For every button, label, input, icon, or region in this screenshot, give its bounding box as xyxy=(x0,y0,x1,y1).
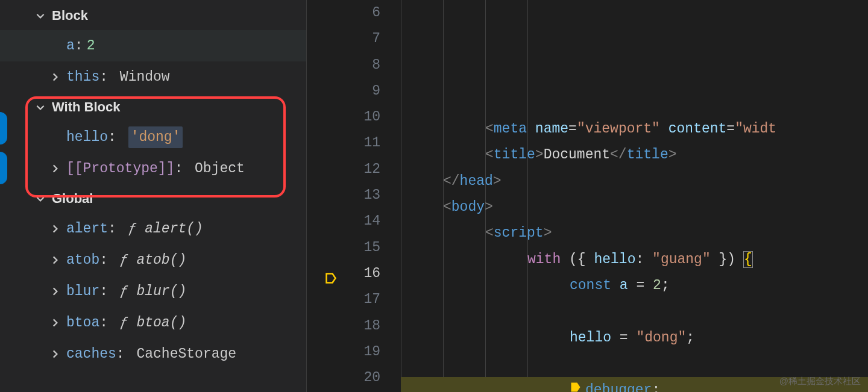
line-number: 17 xyxy=(307,287,391,313)
code-line[interactable]: <title>Document</title> xyxy=(401,142,868,168)
line-number: 15 xyxy=(307,235,391,261)
line-number: 20 xyxy=(307,365,391,391)
line-number: 12 xyxy=(307,157,391,182)
line-number: 8 xyxy=(307,52,391,78)
code-line[interactable] xyxy=(401,299,868,325)
gutter-marker xyxy=(0,112,7,145)
variables-sidebar: Block a: 2 this: Window With Block hello… xyxy=(0,0,306,392)
variable-value: Window xyxy=(120,67,170,87)
line-number: 19 xyxy=(307,339,391,365)
watermark-text: @稀土掘金技术社区 xyxy=(779,375,861,387)
line-number: 9 xyxy=(307,78,391,104)
variable-value: 'dong' xyxy=(128,126,183,148)
variable-row-caches[interactable]: caches: CacheStorage xyxy=(0,338,306,370)
variable-name: btoa xyxy=(66,313,99,332)
step-arrow-icon xyxy=(570,377,582,392)
variable-name: caches xyxy=(66,344,116,364)
variable-row-alert[interactable]: alert: ƒ alert() xyxy=(0,213,306,244)
code-line[interactable]: <body> xyxy=(401,194,868,220)
code-line[interactable] xyxy=(401,351,868,377)
variable-value: CacheStorage xyxy=(136,344,236,364)
gutter-marker xyxy=(0,152,7,184)
variable-row-btoa[interactable]: btoa: ƒ btoa() xyxy=(0,307,306,338)
variable-name: a xyxy=(66,36,75,55)
chevron-right-icon xyxy=(48,286,61,297)
variable-value: 2 xyxy=(87,36,95,55)
line-number: 10 xyxy=(307,104,391,130)
chevron-right-icon xyxy=(48,255,61,266)
variable-name: [[Prototype]] xyxy=(66,159,174,178)
scope-header-block[interactable]: Block xyxy=(0,1,306,30)
scope-header-with-block[interactable]: With Block xyxy=(0,93,306,122)
line-number: 16 xyxy=(307,261,391,287)
variable-value: ƒ btoa() xyxy=(120,313,186,332)
chevron-right-icon xyxy=(48,349,61,359)
chevron-right-icon xyxy=(48,163,61,174)
variable-name: blur xyxy=(66,282,99,301)
variable-value: ƒ blur() xyxy=(120,282,186,301)
line-number: 14 xyxy=(307,208,391,234)
code-editor[interactable]: 6 7 8 9 10 11 12 13 14 15 16 17 18 19 20… xyxy=(306,0,868,392)
variable-row-hello[interactable]: hello: 'dong' xyxy=(0,122,306,153)
variable-value: ƒ alert() xyxy=(128,219,203,238)
chevron-down-icon xyxy=(34,10,47,21)
code-line[interactable]: const a = 2; xyxy=(401,273,868,299)
variable-row-this[interactable]: this: Window xyxy=(0,61,306,93)
variable-name: hello xyxy=(66,128,108,147)
line-number: 18 xyxy=(307,313,391,339)
line-number: 7 xyxy=(307,26,391,52)
variable-row-blur[interactable]: blur: ƒ blur() xyxy=(0,276,306,307)
code-content[interactable]: <meta name="viewport" content="widt<titl… xyxy=(391,0,868,392)
breakpoint-icon[interactable] xyxy=(325,268,337,280)
variable-name: this xyxy=(66,67,99,87)
scope-header-global[interactable]: Global xyxy=(0,184,306,213)
variable-value: ƒ atob() xyxy=(120,250,186,270)
chevron-right-icon xyxy=(48,223,61,234)
chevron-right-icon xyxy=(48,72,61,82)
variable-row-prototype[interactable]: [[Prototype]]: Object xyxy=(0,153,306,184)
line-number: 11 xyxy=(307,130,391,156)
line-number: 6 xyxy=(307,0,391,26)
variable-row-a[interactable]: a: 2 xyxy=(0,30,306,61)
variable-name: atob xyxy=(66,250,99,270)
code-line[interactable]: </head> xyxy=(401,169,868,194)
scope-label: Block xyxy=(52,7,88,25)
variable-name: alert xyxy=(66,219,108,238)
code-line[interactable]: <meta name="viewport" content="widt xyxy=(401,116,868,142)
line-number-gutter: 6 7 8 9 10 11 12 13 14 15 16 17 18 19 20 xyxy=(307,0,391,392)
chevron-down-icon xyxy=(34,193,47,204)
variable-row-atob[interactable]: atob: ƒ atob() xyxy=(0,244,306,276)
code-line[interactable]: hello = "dong"; xyxy=(401,325,868,351)
chevron-right-icon xyxy=(48,317,61,328)
chevron-down-icon xyxy=(34,102,47,113)
line-number: 13 xyxy=(307,182,391,208)
scope-label: Global xyxy=(52,190,93,208)
code-line[interactable]: with ({ hello: "guang" }) { xyxy=(401,247,868,273)
variable-value: Object xyxy=(195,159,245,178)
code-line[interactable]: <script> xyxy=(401,220,868,246)
scope-label: With Block xyxy=(52,98,120,117)
